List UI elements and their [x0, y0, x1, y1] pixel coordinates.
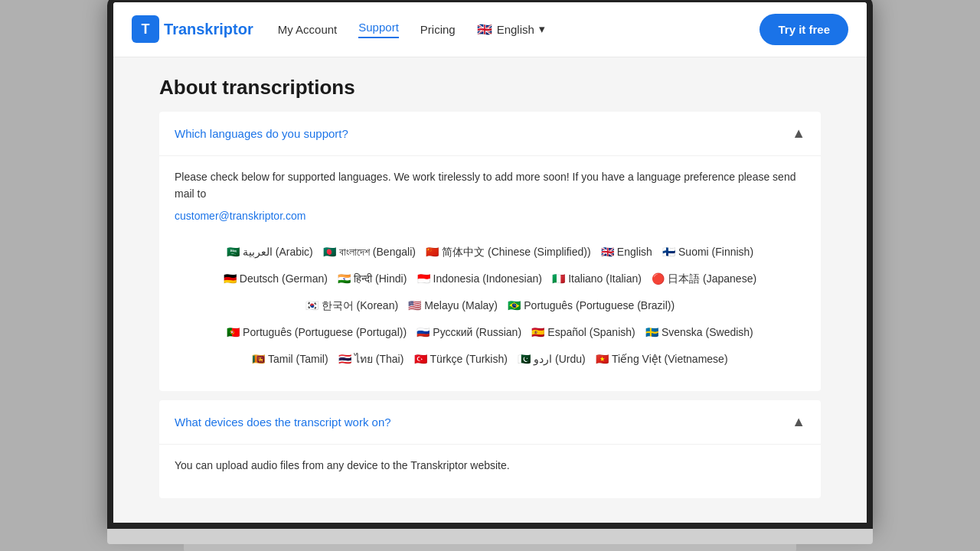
- logo-text: Transkriptor: [164, 21, 253, 38]
- faq-devices-question: What devices does the transcript work on…: [175, 416, 391, 429]
- try-free-button[interactable]: Try it free: [760, 14, 848, 45]
- faq-devices-section: What devices does the transcript work on…: [159, 400, 821, 498]
- languages-grid: 🇸🇦 العربية (Arabic) 🇧🇩 বাংলাদেশ (Bengali…: [175, 238, 805, 373]
- lang-chinese: 🇨🇳 简体中文 (Chinese (Simplified)): [426, 246, 590, 258]
- nav-language[interactable]: 🇬🇧 English ▾: [477, 22, 545, 37]
- faq-languages-toggle[interactable]: ▲: [792, 126, 805, 142]
- lang-indonesian: 🇮🇩 Indonesia (Indonesian): [417, 272, 542, 285]
- nav-my-account[interactable]: My Account: [278, 23, 338, 36]
- lang-english: 🇬🇧 English: [601, 246, 652, 258]
- lang-portuguese-brazil: 🇧🇷 Português (Portuguese (Brazil)): [508, 299, 675, 311]
- lang-hindi: 🇮🇳 हिन्दी (Hindi): [338, 272, 407, 285]
- faq-devices-desc: You can upload audio files from any devi…: [175, 457, 805, 474]
- lang-swedish: 🇸🇪 Svenska (Swedish): [645, 326, 753, 338]
- lang-turkish: 🇹🇷 Türkçe (Turkish): [414, 353, 508, 365]
- lang-urdu: 🇵🇰 اردو (Urdu): [518, 353, 585, 365]
- faq-languages-header[interactable]: Which languages do you support? ▲: [159, 112, 821, 155]
- nav-support[interactable]: Support: [358, 21, 399, 38]
- lang-spanish: 🇪🇸 Español (Spanish): [531, 326, 635, 338]
- lang-italian: 🇮🇹 Italiano (Italian): [552, 272, 642, 285]
- main-content: About transcriptions Which languages do …: [113, 57, 867, 523]
- lang-german: 🇩🇪 Deutsch (German): [224, 272, 328, 285]
- nav-links: My Account Support Pricing 🇬🇧 English ▾: [278, 21, 545, 38]
- faq-languages-section: Which languages do you support? ▲ Please…: [159, 112, 821, 391]
- lang-bengali: 🇧🇩 বাংলাদেশ (Bengali): [323, 246, 416, 258]
- logo-icon: T: [132, 15, 159, 43]
- nav-pricing[interactable]: Pricing: [420, 23, 456, 36]
- logo[interactable]: T Transkriptor: [132, 15, 253, 43]
- faq-languages-body: Please check below for supported languag…: [159, 155, 821, 391]
- lang-portuguese-portugal: 🇵🇹 Português (Portuguese (Portugal)): [227, 326, 407, 338]
- faq-devices-header[interactable]: What devices does the transcript work on…: [159, 400, 821, 444]
- lang-tamil: 🇱🇰 Tamil (Tamil): [252, 353, 328, 365]
- faq-devices-body: You can upload audio files from any devi…: [159, 444, 821, 498]
- faq-languages-question: Which languages do you support?: [175, 127, 348, 140]
- flag-icon: 🇬🇧: [477, 22, 492, 37]
- chevron-down-icon: ▾: [539, 22, 545, 36]
- navbar: T Transkriptor My Account Support Pricin…: [113, 2, 867, 57]
- language-label: English: [497, 23, 534, 36]
- lang-vietnamese: 🇻🇳 Tiếng Việt (Vietnamese): [596, 353, 727, 365]
- faq-devices-toggle[interactable]: ▲: [792, 414, 805, 430]
- faq-email-link[interactable]: customer@transkriptor.com: [175, 210, 305, 222]
- lang-finnish: 🇫🇮 Suomi (Finnish): [662, 246, 753, 258]
- page-title: About transcriptions: [159, 57, 821, 112]
- lang-malay: 🇺🇸 Melayu (Malay): [408, 299, 498, 311]
- lang-thai: 🇹🇭 ไทย (Thai): [338, 353, 403, 365]
- lang-japanese: 🔴 日本語 (Japanese): [652, 272, 756, 285]
- lang-korean: 🇰🇷 한국어 (Korean): [305, 299, 398, 311]
- faq-languages-desc: Please check below for supported languag…: [175, 168, 805, 203]
- lang-arabic: 🇸🇦 العربية (Arabic): [227, 246, 313, 258]
- lang-russian: 🇷🇺 Русский (Russian): [416, 326, 521, 338]
